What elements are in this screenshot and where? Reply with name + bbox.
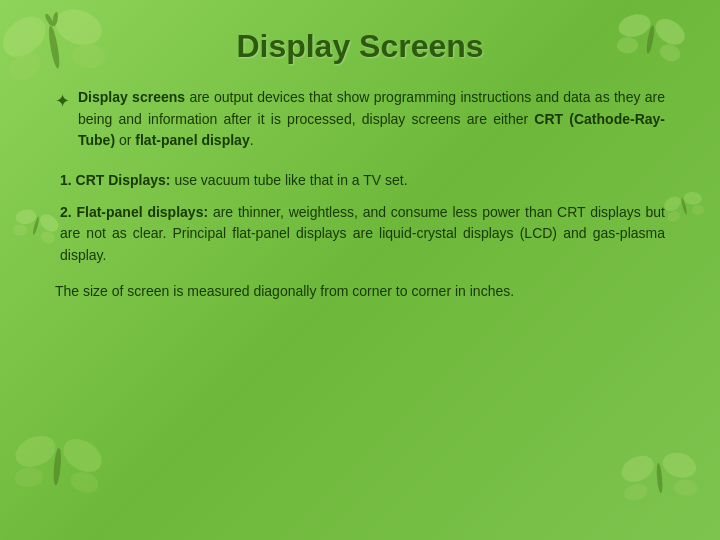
svg-point-19	[622, 481, 649, 503]
svg-point-17	[617, 450, 658, 487]
svg-point-12	[11, 430, 61, 473]
main-paragraph: ✦ Display screens are output devices tha…	[55, 87, 665, 152]
butterfly-decoration-br	[617, 443, 703, 524]
item-2-number: 2.	[60, 204, 76, 220]
butterfly-decoration-bl	[7, 423, 108, 518]
item-1-number: 1.	[60, 172, 76, 188]
item-2-label: Flat-panel displays:	[76, 204, 208, 220]
svg-point-20	[673, 479, 698, 497]
footer-text: The size of screen is measured diagonall…	[55, 281, 665, 303]
main-paragraph-text: Display screens are output devices that …	[78, 87, 665, 152]
display-screens-bold: Display screens	[78, 89, 185, 105]
page-title: Display Screens	[55, 28, 665, 65]
list-item-1: 1. CRT Displays: use vacuum tube like th…	[60, 170, 665, 192]
svg-point-14	[13, 466, 44, 489]
bullet-icon: ✦	[55, 88, 70, 116]
list-item-2: 2. Flat-panel displays: are thinner, wei…	[60, 202, 665, 267]
svg-point-18	[660, 449, 700, 482]
svg-point-15	[68, 469, 101, 496]
svg-point-21	[656, 463, 664, 493]
item-1-text: use vacuum tube like that in a TV set.	[171, 172, 408, 188]
footer-content: The size of screen is measured diagonall…	[55, 283, 514, 299]
item-1-label: CRT Displays:	[76, 172, 171, 188]
numbered-list: 1. CRT Displays: use vacuum tube like th…	[55, 170, 665, 267]
flat-panel-bold: flat-panel display	[135, 132, 249, 148]
